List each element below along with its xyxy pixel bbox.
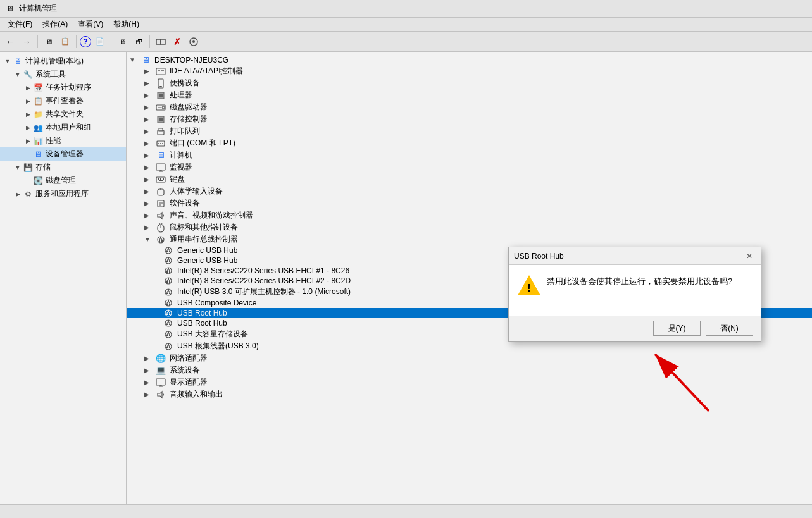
dialog-title: USB Root Hub <box>514 252 564 261</box>
dialog-footer: 是(Y) 否(N) <box>509 316 761 341</box>
dialog-message: 禁用此设备会使其停止运行，确实要禁用此设备吗? <box>547 275 751 288</box>
dialog-body: ! 禁用此设备会使其停止运行，确实要禁用此设备吗? <box>509 265 761 316</box>
usb-root-hub-dialog: USB Root Hub ✕ ! 禁用此设备会使其停止运行，确实要禁用此设备吗?… <box>508 247 761 342</box>
dialog-yes-button[interactable]: 是(Y) <box>653 321 701 336</box>
dialog-titlebar: USB Root Hub ✕ <box>509 247 761 265</box>
dialog-close-button[interactable]: ✕ <box>743 250 756 262</box>
warning-icon: ! <box>519 275 539 295</box>
dialog-no-button[interactable]: 否(N) <box>706 321 753 336</box>
dialog-overlay: USB Root Hub ✕ ! 禁用此设备会使其停止运行，确实要禁用此设备吗?… <box>0 0 812 518</box>
